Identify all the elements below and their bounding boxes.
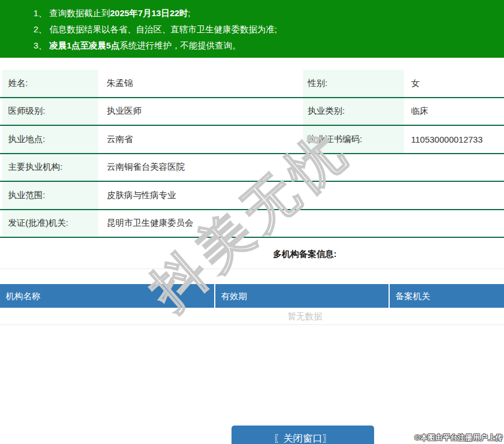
table-row: 主要执业机构: 云南铜雀台美容医院	[0, 154, 504, 182]
practitioner-info-table: 姓名: 朱孟锦 性别: 女 医师级别: 执业医师 执业类别: 临床 执业地点: …	[0, 70, 504, 238]
notice-banner: 1、 查询数据截止到2025年7月13日22时; 2、 信息数据结果以各省、自治…	[0, 0, 504, 58]
notice-line-3: 3、 凌晨1点至凌晨5点系统进行维护，不能提供查询。	[33, 38, 504, 54]
name-label: 姓名:	[2, 70, 98, 97]
notice-line-1: 1、 查询数据截止到2025年7月13日22时;	[33, 5, 504, 21]
copyright-badge: ©本图由平台注册用户上传	[415, 433, 503, 443]
issuing-authority-label: 发证(批准)机关:	[2, 210, 98, 237]
doctor-license-query-result-page: 1、 查询数据截止到2025年7月13日22时; 2、 信息数据结果以各省、自治…	[0, 0, 504, 444]
name-value: 朱孟锦	[107, 70, 133, 97]
filing-table-header: 机构名称 有效期 备案机关	[0, 284, 504, 308]
table-row: 姓名: 朱孟锦 性别: 女	[0, 70, 504, 98]
gender-label: 性别:	[303, 70, 404, 97]
filing-section-title: 多机构备案信息:	[273, 249, 337, 259]
practice-scope-value: 皮肤病与性病专业	[107, 182, 176, 209]
main-institution-label: 主要执业机构:	[2, 154, 98, 181]
table-row: 医师级别: 执业医师 执业类别: 临床	[0, 98, 504, 126]
practice-location-value: 云南省	[107, 126, 133, 153]
doctor-level-value: 执业医师	[107, 98, 141, 125]
doctor-level-label: 医师级别:	[2, 98, 98, 125]
gender-value: 女	[411, 70, 420, 97]
issuing-authority-value: 昆明市卫生健康委员会	[107, 210, 193, 237]
certificate-number-label: 执业证书编码:	[303, 126, 404, 153]
practice-category-value: 临床	[411, 98, 428, 125]
column-header-institution-name: 机构名称	[0, 284, 215, 308]
column-header-validity-period: 有效期	[215, 284, 390, 308]
table-row: 执业范围: 皮肤病与性病专业	[0, 182, 504, 210]
close-window-button[interactable]: 〖关闭窗口〗	[232, 426, 374, 444]
practice-location-label: 执业地点:	[2, 126, 98, 153]
certificate-number-value: 110530000012733	[411, 126, 483, 153]
column-header-filing-authority: 备案机关	[390, 284, 504, 308]
notice-line-2: 2、 信息数据结果以各省、自治区、直辖市卫生健康委数据为准;	[33, 21, 504, 38]
table-row: 发证(批准)机关: 昆明市卫生健康委员会	[0, 210, 504, 238]
practice-scope-label: 执业范围:	[2, 182, 98, 209]
filing-table-empty-row: 暂无数据	[0, 308, 504, 325]
divider	[0, 268, 504, 269]
main-institution-value: 云南铜雀台美容医院	[107, 154, 185, 181]
table-row: 执业地点: 云南省 执业证书编码: 110530000012733	[0, 126, 504, 154]
filing-section: 多机构备案信息:	[0, 238, 504, 268]
no-data-text: 暂无数据	[0, 308, 504, 325]
practice-category-label: 执业类别:	[303, 98, 404, 125]
